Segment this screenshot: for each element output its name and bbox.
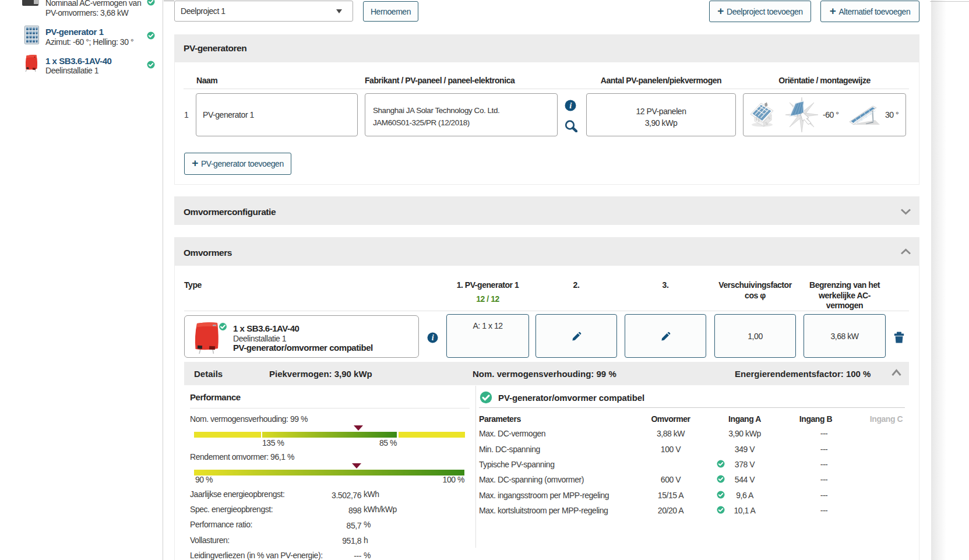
svg-text:i: i: [569, 101, 572, 110]
svg-text:i: i: [432, 333, 434, 342]
